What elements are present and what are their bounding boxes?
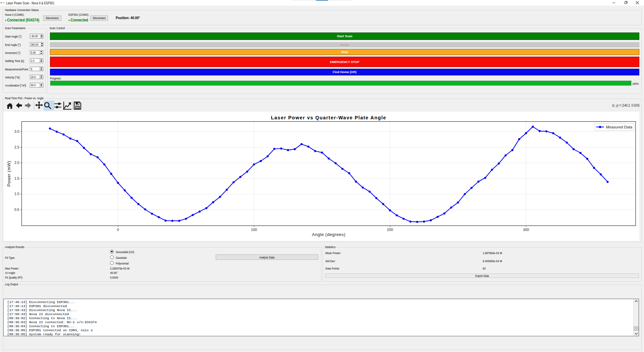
svg-text:2.0: 2.0	[14, 161, 19, 165]
svg-text:0: 0	[117, 228, 119, 232]
svg-text:300: 300	[523, 228, 529, 232]
svg-text:Power (mW): Power (mW)	[6, 161, 11, 186]
svg-text:100: 100	[251, 228, 257, 232]
svg-text:Angle (degrees): Angle (degrees)	[312, 232, 345, 237]
svg-text:Laser Power vs Quarter-Wave Pl: Laser Power vs Quarter-Wave Plate Angle	[271, 115, 386, 120]
svg-text:3.0: 3.0	[14, 129, 19, 133]
svg-text:Measured Data: Measured Data	[606, 125, 633, 129]
svg-text:0.5: 0.5	[14, 208, 19, 212]
svg-text:2.5: 2.5	[14, 145, 19, 149]
svg-text:1.5: 1.5	[14, 176, 19, 180]
svg-text:200: 200	[387, 228, 393, 232]
svg-text:1.0: 1.0	[14, 192, 19, 196]
